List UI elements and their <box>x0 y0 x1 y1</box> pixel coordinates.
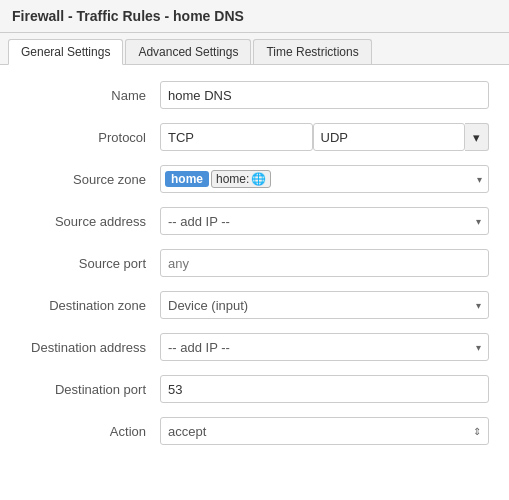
protocol-dropdown-btn[interactable]: ▾ <box>465 123 489 151</box>
protocol-control: ▾ <box>160 123 489 151</box>
source-zone-tag-home-icon: home: 🌐 <box>211 170 271 188</box>
form-content: Name Protocol ▾ Source zone home <box>0 65 509 475</box>
page-title: Firewall - Traffic Rules - home DNS <box>0 0 509 33</box>
destination-zone-select[interactable]: Device (input) <box>160 291 489 319</box>
destination-zone-row: Destination zone Device (input) ▾ <box>20 291 489 319</box>
source-port-control <box>160 249 489 277</box>
protocol-tcp-input[interactable] <box>160 123 313 151</box>
source-zone-tag-home: home <box>165 171 209 187</box>
source-zone-row: Source zone home home: 🌐 ▾ <box>20 165 489 193</box>
action-label: Action <box>20 424 160 439</box>
name-control <box>160 81 489 109</box>
tab-bar: General Settings Advanced Settings Time … <box>0 33 509 65</box>
source-address-row: Source address -- add IP -- ▾ <box>20 207 489 235</box>
source-port-input[interactable] <box>160 249 489 277</box>
source-address-label: Source address <box>20 214 160 229</box>
destination-port-label: Destination port <box>20 382 160 397</box>
globe-icon: 🌐 <box>251 172 266 186</box>
source-zone-label: Source zone <box>20 172 160 187</box>
destination-zone-control: Device (input) ▾ <box>160 291 489 319</box>
protocol-dropdown-arrow: ▾ <box>473 130 480 145</box>
destination-port-input[interactable] <box>160 375 489 403</box>
action-control: accept drop reject notrack ⇕ <box>160 417 489 445</box>
destination-address-select[interactable]: -- add IP -- <box>160 333 489 361</box>
destination-port-control <box>160 375 489 403</box>
source-address-select[interactable]: -- add IP -- <box>160 207 489 235</box>
name-row: Name <box>20 81 489 109</box>
destination-address-control: -- add IP -- ▾ <box>160 333 489 361</box>
destination-address-row: Destination address -- add IP -- ▾ <box>20 333 489 361</box>
source-zone-tag2-text: home: <box>216 172 249 186</box>
destination-port-row: Destination port <box>20 375 489 403</box>
destination-zone-label: Destination zone <box>20 298 160 313</box>
name-input[interactable] <box>160 81 489 109</box>
action-row: Action accept drop reject notrack ⇕ <box>20 417 489 445</box>
name-label: Name <box>20 88 160 103</box>
tab-advanced[interactable]: Advanced Settings <box>125 39 251 64</box>
source-zone-arrow: ▾ <box>477 174 482 185</box>
action-select[interactable]: accept drop reject notrack <box>160 417 489 445</box>
source-address-control: -- add IP -- ▾ <box>160 207 489 235</box>
destination-address-label: Destination address <box>20 340 160 355</box>
protocol-label: Protocol <box>20 130 160 145</box>
tab-general[interactable]: General Settings <box>8 39 123 65</box>
source-zone-control: home home: 🌐 ▾ <box>160 165 489 193</box>
protocol-udp-input[interactable] <box>313 123 466 151</box>
tab-time-restrictions[interactable]: Time Restrictions <box>253 39 371 64</box>
protocol-row: Protocol ▾ <box>20 123 489 151</box>
source-zone-box[interactable]: home home: 🌐 ▾ <box>160 165 489 193</box>
source-port-label: Source port <box>20 256 160 271</box>
source-port-row: Source port <box>20 249 489 277</box>
